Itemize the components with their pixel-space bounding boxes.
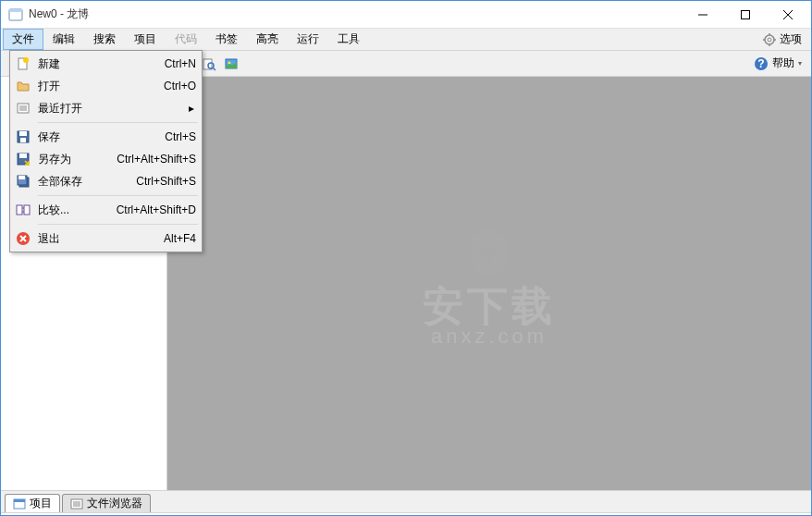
svg-point-7	[768, 38, 771, 42]
menu-separator	[38, 122, 198, 123]
bottom-tabs: 项目 文件浏览器	[1, 490, 811, 512]
tab-file-browser[interactable]: 文件浏览器	[62, 494, 151, 512]
menu-item-save-all[interactable]: 全部保存 Ctrl+Shift+S	[12, 170, 200, 192]
menu-item-recent[interactable]: 最近打开 ▸	[12, 97, 200, 119]
menu-item-compare[interactable]: 比较... Ctrl+Alt+Shift+D	[12, 199, 200, 221]
menu-item-shortcut: Ctrl+Shift+S	[136, 175, 196, 188]
svg-rect-3	[742, 10, 750, 18]
help-label: 帮助	[772, 55, 794, 71]
menu-item-save-as[interactable]: 另存为 Ctrl+Alt+Shift+S	[12, 148, 200, 170]
save-all-icon	[16, 174, 31, 189]
menu-item-shortcut: Ctrl+S	[165, 130, 196, 143]
gear-icon	[763, 33, 776, 46]
titlebar: New0 - 龙博	[1, 1, 811, 29]
svg-line-16	[213, 68, 215, 70]
project-tab-icon	[13, 498, 26, 510]
menu-item-new[interactable]: 新建 Ctrl+N	[12, 53, 200, 75]
menubar: 文件 编辑 搜索 项目 代码 书签 高亮 运行 工具 选项	[1, 29, 811, 51]
menu-file[interactable]: 文件	[3, 29, 43, 50]
svg-point-6	[765, 35, 774, 44]
menu-tools[interactable]: 工具	[328, 29, 369, 50]
menu-item-shortcut: Ctrl+O	[164, 80, 196, 92]
svg-text:?: ?	[757, 57, 764, 70]
options-label: 选项	[780, 31, 802, 47]
tab-label: 文件浏览器	[87, 496, 142, 511]
svg-rect-32	[19, 154, 27, 158]
help-button[interactable]: ? 帮助 ▾	[754, 55, 802, 71]
help-icon: ?	[754, 56, 769, 71]
image-icon	[224, 56, 239, 71]
menu-item-shortcut: Alt+F4	[164, 232, 196, 245]
toolbar-image-button[interactable]	[221, 54, 241, 74]
file-browser-tab-icon	[70, 498, 83, 510]
exit-icon	[16, 231, 31, 246]
menu-separator	[38, 224, 198, 225]
main-area: 安下载 anxz.com	[167, 77, 811, 490]
options-button[interactable]: 选项	[756, 31, 809, 47]
menu-item-label: 另存为	[38, 152, 117, 167]
menu-item-label: 全部保存	[38, 174, 136, 190]
recent-icon	[16, 101, 31, 116]
watermark: 安下载 anxz.com	[423, 221, 556, 347]
minimize-button[interactable]	[682, 1, 724, 29]
menu-edit[interactable]: 编辑	[43, 29, 84, 50]
menu-bookmark[interactable]: 书签	[206, 29, 247, 50]
new-file-icon	[16, 56, 31, 71]
maximize-button[interactable]	[724, 1, 767, 29]
menu-item-shortcut: Ctrl+Alt+Shift+S	[117, 153, 196, 166]
menu-item-shortcut: Ctrl+Alt+Shift+D	[117, 203, 196, 216]
svg-rect-44	[14, 499, 25, 502]
dropdown-arrow-icon: ▾	[798, 59, 802, 68]
tab-project[interactable]: 项目	[5, 494, 60, 512]
menu-item-shortcut: Ctrl+N	[165, 57, 196, 70]
menu-search[interactable]: 搜索	[84, 29, 125, 50]
svg-rect-35	[18, 176, 25, 179]
svg-rect-29	[19, 131, 27, 136]
statusbar	[1, 512, 811, 515]
menu-separator	[38, 195, 198, 196]
menu-run[interactable]: 运行	[288, 29, 328, 50]
window-title: New0 - 龙博	[29, 6, 682, 22]
svg-rect-36	[17, 205, 22, 215]
open-folder-icon	[16, 79, 31, 93]
menu-item-label: 比较...	[38, 203, 117, 218]
tab-label: 项目	[30, 496, 52, 511]
save-as-icon	[16, 152, 31, 166]
file-menu-dropdown: 新建 Ctrl+N 打开 Ctrl+O 最近打开 ▸ 保存 Ctrl+S 另存为…	[9, 50, 203, 252]
watermark-text-big: 安下载	[423, 286, 556, 326]
menu-project[interactable]: 项目	[125, 29, 166, 50]
watermark-text-small: anxz.com	[423, 326, 556, 347]
menu-highlight[interactable]: 高亮	[247, 29, 288, 50]
submenu-arrow-icon: ▸	[187, 102, 196, 115]
find-icon	[202, 56, 216, 71]
menu-code: 代码	[166, 29, 206, 50]
app-icon	[8, 7, 23, 22]
menu-item-exit[interactable]: 退出 Alt+F4	[12, 227, 200, 250]
svg-rect-1	[9, 9, 22, 12]
menu-item-open[interactable]: 打开 Ctrl+O	[12, 75, 200, 97]
menu-item-label: 最近打开	[38, 101, 187, 117]
svg-rect-37	[24, 205, 30, 215]
window-controls	[682, 1, 809, 29]
svg-rect-30	[20, 138, 26, 142]
menu-item-label: 新建	[38, 56, 165, 72]
menu-item-label: 保存	[38, 129, 165, 145]
close-button[interactable]	[767, 1, 809, 29]
menu-item-label: 退出	[38, 231, 164, 247]
compare-icon	[16, 203, 31, 217]
menu-item-label: 打开	[38, 79, 164, 94]
svg-point-23	[23, 57, 29, 63]
svg-rect-21	[482, 230, 497, 234]
menu-item-save[interactable]: 保存 Ctrl+S	[12, 126, 200, 148]
save-icon	[16, 129, 31, 144]
